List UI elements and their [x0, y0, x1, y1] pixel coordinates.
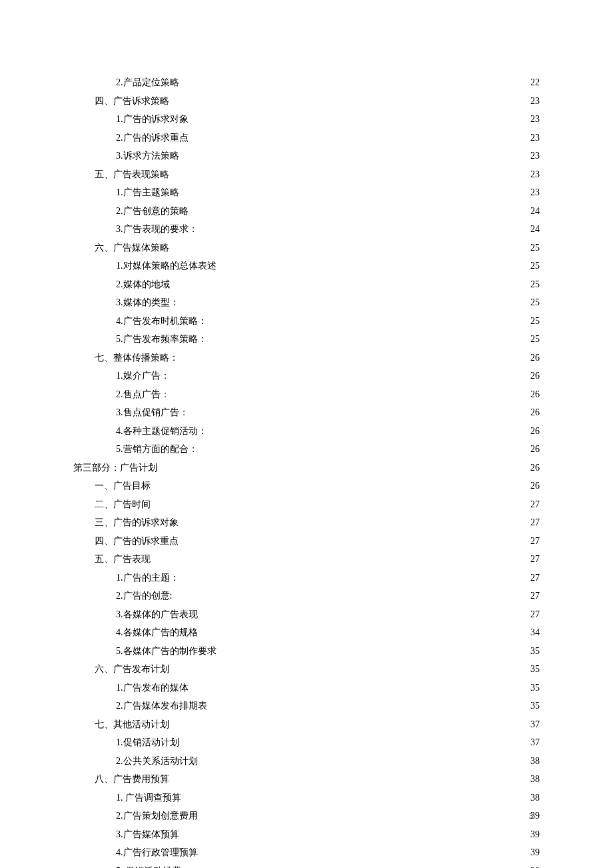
toc-entry-page: 25	[529, 312, 540, 331]
toc-entry-label: 1. 广告调查预算	[116, 789, 181, 807]
toc-leader-dots	[170, 369, 530, 379]
toc-entry: 2.广告的创意:27	[73, 587, 540, 605]
toc-entry: 1.媒介广告：26	[73, 367, 540, 385]
toc-leader-dots	[181, 791, 529, 801]
toc-entry-label: 3.广告表现的要求：	[116, 220, 198, 239]
toc-entry-page: 23	[529, 183, 540, 202]
toc-entry: 2.媒体的地域25	[73, 275, 540, 294]
toc-entry-label: 4.广告发布时机策略：	[116, 312, 207, 331]
toc-leader-dots	[169, 168, 529, 177]
toc-entry: 第三部分：广告计划26	[73, 459, 540, 477]
toc-entry-page: 35	[529, 697, 540, 715]
toc-entry: 2.广告创意的策略24	[73, 202, 540, 221]
toc-entry-page: 25	[529, 330, 540, 349]
toc-entry-label: 1.媒介广告：	[116, 367, 170, 385]
toc-leader-dots	[179, 535, 529, 544]
toc-entry-page: 27	[529, 569, 540, 587]
toc-leader-dots	[169, 95, 529, 104]
toc-entry-label: 1.广告主题策略	[116, 183, 179, 202]
toc-leader-dots	[169, 718, 529, 727]
toc-entry: 5. 促销活动经费：39	[73, 862, 540, 869]
toc-leader-dots	[198, 443, 530, 452]
toc-leader-dots	[207, 315, 530, 324]
toc-entry: 3.各媒体的广告表现27	[73, 605, 540, 624]
toc-leader-dots	[170, 388, 530, 397]
toc-leader-dots	[207, 333, 530, 342]
toc-entry-label: 八、广告费用预算	[95, 770, 169, 789]
toc-entry-page: 23	[529, 92, 540, 111]
toc-leader-dots	[189, 406, 530, 415]
toc-entry-page: 27	[529, 532, 540, 551]
toc-entry: 七、其他活动计划37	[73, 715, 540, 734]
toc-entry: 3.诉求方法策略23	[73, 147, 540, 165]
toc-entry-label: 5.营销方面的配合：	[116, 440, 198, 459]
toc-entry: 2.售点广告：26	[73, 385, 540, 404]
toc-entry: 3.广告表现的要求：24	[73, 220, 540, 239]
toc-entry-page: 26	[529, 440, 540, 459]
toc-entry-label: 1.广告的诉求对象	[116, 110, 189, 129]
toc-entry-label: 第三部分：广告计划	[73, 459, 157, 477]
toc-entry: 六、广告媒体策略25	[73, 239, 540, 257]
toc-entry-label: 1.对媒体策略的总体表述	[116, 257, 217, 275]
toc-entry: 1.广告的诉求对象23	[73, 110, 540, 129]
toc-leader-dots	[189, 205, 530, 214]
toc-entry-label: 六、广告媒体策略	[95, 239, 169, 257]
toc-entry: 2.广告的诉求重点23	[73, 129, 540, 147]
toc-entry-page: 23	[529, 129, 540, 147]
toc-entry-label: 5. 促销活动经费：	[116, 862, 191, 869]
toc-entry: 1.对媒体策略的总体表述25	[73, 257, 540, 275]
toc-entry-page: 24	[529, 202, 540, 221]
toc-entry-page: 35	[529, 679, 540, 697]
toc-entry: 七、整体传播策略：26	[73, 349, 540, 367]
toc-leader-dots	[189, 681, 530, 691]
toc-entry-label: 七、其他活动计划	[95, 715, 169, 734]
toc-entry: 二、广告时间27	[73, 495, 540, 514]
toc-leader-dots	[198, 846, 530, 855]
toc-entry-label: 5.广告发布频率策略：	[116, 330, 207, 349]
toc-entry-page: 25	[529, 293, 540, 312]
toc-entry: 五、广告表现策略23	[73, 165, 540, 184]
toc-entry-page: 25	[529, 239, 540, 257]
toc-entry: 5.广告发布频率策略：25	[73, 330, 540, 349]
toc-leader-dots	[189, 131, 530, 141]
toc-leader-dots	[157, 461, 529, 471]
toc-entry-page: 39	[529, 825, 540, 844]
toc-entry: 四、广告诉求策略23	[73, 92, 540, 111]
toc-entry-label: 2.产品定位策略	[116, 73, 179, 92]
toc-entry-page: 27	[529, 513, 540, 532]
toc-entry-page: 26	[529, 349, 540, 367]
toc-leader-dots	[172, 589, 529, 599]
toc-entry-page: 39	[529, 862, 540, 869]
toc-entry-label: 五、广告表现策略	[95, 165, 169, 184]
toc-entry-label: 1.广告的主题：	[116, 569, 179, 587]
toc-entry-page: 27	[529, 495, 540, 514]
toc-entry-page: 37	[529, 715, 540, 734]
toc-entry-page: 39	[529, 843, 540, 862]
toc-leader-dots	[217, 645, 530, 654]
toc-entry-label: 2.媒体的地域	[116, 275, 170, 294]
toc-leader-dots	[198, 223, 530, 232]
toc-leader-dots	[169, 773, 529, 782]
toc-entry: 4.各媒体广告的规格34	[73, 623, 540, 642]
toc-entry: 五、广告表现27	[73, 550, 540, 569]
toc-entry: 4.广告发布时机策略：25	[73, 312, 540, 331]
toc-entry-label: 五、广告表现	[95, 550, 151, 569]
toc-entry-page: 35	[529, 660, 540, 679]
toc-entry-page: 27	[529, 587, 540, 605]
toc-entry: 2.产品定位策略22	[73, 73, 540, 92]
toc-entry-page: 26	[529, 403, 540, 422]
toc-entry: 5.营销方面的配合：26	[73, 440, 540, 459]
toc-entry: 4.广告行政管理预算39	[73, 843, 540, 862]
toc-entry-page: 26	[529, 422, 540, 441]
toc-entry-page: 24	[529, 220, 540, 239]
toc-leader-dots	[207, 425, 530, 434]
page-number: 3	[529, 811, 533, 821]
toc-leader-dots	[179, 516, 529, 525]
toc-entry-label: 5.各媒体广告的制作要求	[116, 642, 217, 661]
toc-entry-label: 1.促销活动计划	[116, 733, 179, 752]
toc-entry-page: 34	[529, 623, 540, 642]
toc-entry-label: 4.广告行政管理预算	[116, 843, 198, 862]
toc-entry: 1.广告主题策略23	[73, 183, 540, 202]
toc-entry-label: 2.售点广告：	[116, 385, 170, 404]
toc-entry: 1. 广告调查预算38	[73, 789, 540, 807]
